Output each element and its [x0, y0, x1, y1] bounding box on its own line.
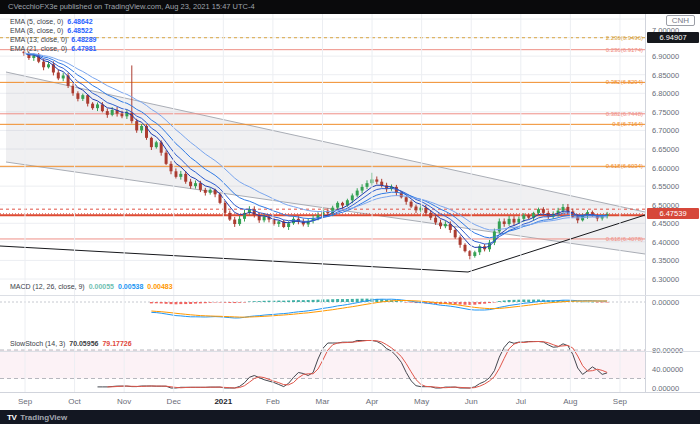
stoch-legend: SlowStoch (14, 3)70.0595679.17726: [10, 340, 132, 347]
chart-canvas[interactable]: [0, 14, 700, 392]
indicator-value: 0.00538: [118, 283, 143, 290]
pane-separator-macd[interactable]: [0, 295, 700, 296]
ema-legend-row: EMA (8, close, 0)6.48522: [10, 26, 97, 35]
time-axis[interactable]: SepOctNovDec2021FebMarAprMayJunJulAugSep: [0, 392, 700, 410]
chart-area[interactable]: CNH 7.000006.900006.850006.800006.750006…: [0, 14, 700, 410]
month-label: Jun: [465, 397, 478, 406]
price-tick: 6.30000: [652, 275, 679, 284]
price-badge: 6.47539: [647, 208, 699, 219]
fib-level-label: 0.382(6.8294): [606, 79, 643, 86]
price-tick: 6.35000: [652, 256, 679, 265]
price-tick: 6.85000: [652, 71, 679, 80]
indicator-value: 70.05956: [69, 340, 98, 347]
price-tick: 6.55000: [652, 182, 679, 191]
macd-legend: MACD (12, 26, close, 9)0.000550.005380.0…: [10, 283, 173, 290]
indicator-value: 0.00483: [147, 283, 172, 290]
month-label: Aug: [563, 397, 577, 406]
price-tick: 6.60000: [652, 164, 679, 173]
tradingview-brand[interactable]: TradingView: [20, 413, 67, 422]
macd-legend-label: MACD (12, 26, close, 9): [10, 283, 85, 290]
fib-level-label: 0.5(6.7164): [612, 121, 643, 128]
month-label: Sep: [613, 397, 627, 406]
fib-level-label: 0.382(6.7448): [606, 111, 643, 118]
price-tick: 6.40000: [652, 238, 679, 247]
ema-legend-row: EMA (21, close, 0)6.47981: [10, 44, 97, 53]
price-tick: 0.00000: [652, 298, 679, 307]
fib-level-label: 0.618(6.4078): [606, 236, 643, 243]
price-tick: 6.70000: [652, 126, 679, 135]
month-label: Mar: [316, 397, 330, 406]
ema-legend: EMA (5, close, 0)6.48642EMA (8, close, 0…: [10, 17, 97, 53]
ema-legend-row: EMA (5, close, 0)6.48642: [10, 17, 97, 26]
price-tick: 6.75000: [652, 108, 679, 117]
month-label: Apr: [366, 397, 378, 406]
month-label: 2021: [214, 397, 232, 406]
tradingview-snapshot: CVecchioFX3e published on TradingView.co…: [0, 0, 700, 424]
month-label: Dec: [167, 397, 181, 406]
attribution-text: CVecchioFX3e published on TradingView.co…: [8, 2, 255, 11]
price-badge: 6.94907: [647, 32, 699, 43]
ema-legend-row: EMA (13, close, 0)6.48289: [10, 35, 97, 44]
tradingview-logo-icon[interactable]: TV: [7, 413, 16, 422]
pane-separator-stoch[interactable]: [0, 351, 700, 352]
month-label: Oct: [68, 397, 80, 406]
price-tick: 6.45000: [652, 219, 679, 228]
month-label: Jul: [516, 397, 526, 406]
footer-bar: TV TradingView: [0, 410, 700, 424]
currency-chip: CNH: [666, 15, 695, 26]
month-label: May: [414, 397, 429, 406]
month-label: Feb: [266, 397, 280, 406]
fib-level-label: 0.236(6.9174): [606, 47, 643, 54]
indicator-value: 79.17726: [102, 340, 131, 347]
price-tick: 6.80000: [652, 89, 679, 98]
month-label: Sep: [18, 397, 32, 406]
month-label: Nov: [117, 397, 131, 406]
attribution-bar: CVecchioFX3e published on TradingView.co…: [0, 0, 700, 14]
price-tick: 40.00000: [652, 365, 683, 374]
fib-level-label: 2.236(6.9496): [606, 35, 643, 42]
price-tick: 6.90000: [652, 52, 679, 61]
fib-level-label: 0.618(6.6034): [606, 163, 643, 170]
price-scale[interactable]: CNH 7.000006.900006.850006.800006.750006…: [645, 14, 700, 392]
price-tick: 6.65000: [652, 145, 679, 154]
indicator-value: 0.00055: [89, 283, 114, 290]
stoch-legend-label: SlowStoch (14, 3): [10, 340, 65, 347]
